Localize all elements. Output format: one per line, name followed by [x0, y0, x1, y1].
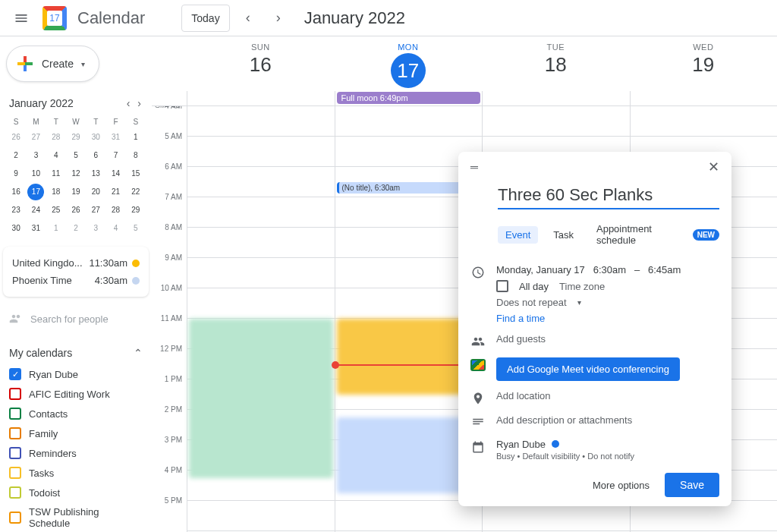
next-period-button[interactable]: › — [266, 6, 291, 30]
drag-handle-icon[interactable]: ═ — [470, 161, 480, 173]
all-day-checkbox[interactable] — [496, 280, 508, 292]
mini-day[interactable]: 29 — [127, 202, 144, 219]
event-start-time[interactable]: 6:30am — [593, 264, 626, 275]
mini-day[interactable]: 2 — [8, 147, 24, 164]
mini-day[interactable]: 4 — [108, 220, 124, 237]
mini-day[interactable]: 9 — [8, 165, 24, 182]
calendar-item[interactable]: Reminders — [6, 444, 146, 462]
mini-day[interactable]: 28 — [48, 129, 64, 146]
calendar-item[interactable]: TSW Publishing Schedule — [6, 503, 146, 532]
mini-day[interactable]: 13 — [87, 165, 104, 182]
mini-day[interactable]: 28 — [108, 202, 124, 219]
mini-day[interactable]: 16 — [8, 184, 24, 200]
calendar-item[interactable]: Todoist — [6, 483, 146, 502]
mini-day[interactable]: 19 — [68, 184, 84, 200]
mini-day[interactable]: 31 — [108, 129, 124, 146]
mini-day[interactable]: 5 — [127, 220, 144, 237]
create-button[interactable]: Create ▾ — [6, 46, 99, 82]
tab-event[interactable]: Event — [498, 226, 538, 244]
calendar-checkbox[interactable] — [9, 467, 21, 479]
calendar-item[interactable]: Ryan Dube — [6, 365, 146, 383]
mini-day[interactable]: 23 — [8, 202, 24, 219]
mini-day[interactable]: 20 — [87, 184, 104, 200]
add-location-field[interactable]: Add location — [496, 390, 719, 401]
main-menu-button[interactable] — [6, 3, 36, 33]
hour-cell[interactable] — [187, 197, 335, 228]
calendar-checkbox[interactable] — [9, 388, 21, 400]
mini-day[interactable]: 12 — [68, 165, 84, 182]
mini-day[interactable]: 11 — [48, 165, 64, 182]
mini-day[interactable]: 18 — [48, 184, 64, 200]
event-end-time[interactable]: 6:45am — [648, 264, 681, 275]
prev-period-button[interactable]: ‹ — [236, 6, 260, 30]
save-button[interactable]: Save — [665, 473, 719, 497]
hour-cell[interactable] — [187, 106, 335, 137]
day-header[interactable]: WED 19 — [630, 36, 778, 91]
calendar-checkbox[interactable] — [9, 368, 21, 380]
tab-task[interactable]: Task — [546, 226, 581, 244]
collapse-my-calendars[interactable]: ⌃ — [134, 347, 143, 359]
calendar-item[interactable]: Contacts — [6, 405, 146, 423]
allday-event[interactable]: Full moon 6:49pm — [337, 92, 481, 104]
today-button[interactable]: Today — [181, 5, 229, 32]
mini-day[interactable]: 8 — [127, 147, 144, 164]
calendar-checkbox[interactable] — [9, 447, 21, 459]
hour-cell[interactable] — [187, 137, 335, 167]
mini-day[interactable]: 30 — [87, 129, 104, 146]
event-block[interactable] — [189, 319, 333, 478]
day-header[interactable]: SUN 16 — [187, 36, 335, 91]
mini-day[interactable]: 3 — [27, 147, 44, 164]
mini-day[interactable]: 15 — [127, 165, 144, 182]
search-people[interactable]: Search for people — [6, 307, 146, 330]
mini-day[interactable]: 4 — [48, 147, 64, 164]
calendar-item[interactable]: AFIC Editing Work — [6, 385, 146, 403]
calendar-owner[interactable]: Ryan Dube — [496, 439, 546, 450]
mini-day[interactable]: 25 — [48, 202, 64, 219]
hour-cell[interactable] — [187, 288, 335, 319]
calendar-checkbox[interactable] — [9, 486, 21, 499]
allday-cell[interactable]: Full moon 6:49pm — [335, 91, 483, 105]
mini-day[interactable]: 24 — [27, 202, 44, 219]
mini-next-button[interactable]: › — [136, 96, 143, 111]
mini-day[interactable]: 1 — [127, 129, 144, 146]
mini-day[interactable]: 17 — [27, 184, 44, 200]
hour-cell[interactable] — [187, 228, 335, 258]
add-meet-button[interactable]: Add Google Meet video conferencing — [496, 357, 680, 381]
mini-day[interactable]: 30 — [8, 220, 24, 237]
day-header[interactable]: MON 17 — [335, 36, 483, 91]
mini-day[interactable]: 26 — [8, 129, 24, 146]
timezone-link[interactable]: Time zone — [559, 281, 605, 292]
hour-cell[interactable] — [187, 501, 335, 531]
mini-day[interactable]: 22 — [127, 184, 144, 200]
tab-appointment[interactable]: Appointment schedule — [589, 220, 685, 249]
find-time-link[interactable]: Find a time — [496, 313, 545, 324]
mini-day[interactable]: 10 — [27, 165, 44, 182]
event-title-input[interactable] — [498, 185, 719, 205]
hour-cell[interactable] — [335, 106, 483, 137]
mini-day[interactable]: 27 — [87, 202, 104, 219]
add-description-field[interactable]: Add description or attachments — [496, 414, 719, 426]
hour-cell[interactable] — [187, 167, 335, 197]
mini-day[interactable]: 1 — [48, 220, 64, 237]
hour-cell[interactable] — [631, 106, 778, 137]
mini-day[interactable]: 14 — [108, 165, 124, 182]
close-button[interactable]: ✕ — [708, 159, 719, 175]
more-options-button[interactable]: More options — [587, 474, 656, 497]
mini-day[interactable]: 7 — [108, 147, 124, 164]
mini-day[interactable]: 27 — [27, 129, 44, 146]
event-date[interactable]: Monday, January 17 — [496, 264, 585, 275]
mini-day[interactable]: 3 — [87, 220, 104, 237]
mini-day[interactable]: 31 — [27, 220, 44, 237]
hour-cell[interactable] — [483, 106, 630, 137]
mini-day[interactable]: 26 — [68, 202, 84, 219]
allday-cell[interactable] — [187, 91, 335, 105]
calendar-item[interactable]: Family — [6, 424, 146, 442]
mini-day[interactable]: 29 — [68, 129, 84, 146]
repeat-select[interactable]: Does not repeat — [496, 297, 567, 308]
allday-cell[interactable] — [482, 91, 630, 105]
mini-day[interactable]: 6 — [87, 147, 104, 164]
day-column[interactable] — [187, 106, 335, 532]
add-guests-field[interactable]: Add guests — [496, 333, 719, 345]
mini-day[interactable]: 5 — [68, 147, 84, 164]
allday-cell[interactable] — [630, 91, 778, 105]
